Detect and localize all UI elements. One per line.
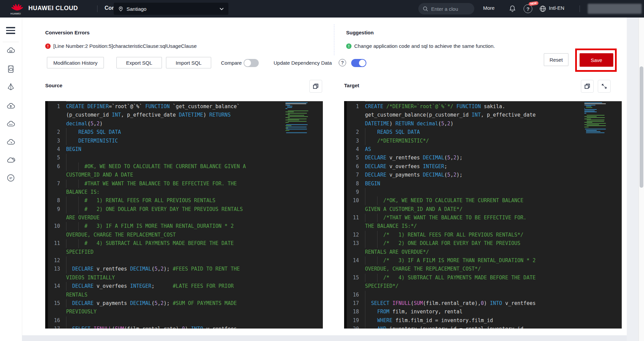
import-sql-button[interactable]: Import SQL [166,57,211,68]
user-account-redacted[interactable] [588,4,642,14]
cloud-upload-icon[interactable] [6,102,15,111]
globe-icon [539,5,547,12]
target-minimap[interactable] [584,102,620,133]
source-code-editor[interactable]: 1CREATE DEFINER=`root`@`%` FUNCTION `get… [45,101,323,329]
reset-button[interactable]: Reset [544,53,568,66]
update-dependency-toggle[interactable] [351,59,366,67]
line-number: 9 [48,205,64,214]
code-token: (film.rental_rate), [124,326,182,329]
scrollbar-thumb[interactable] [640,66,643,188]
page-scrollbar[interactable] [639,18,644,341]
code-token: THE BALANCE IS:*/ [365,223,417,229]
more-menu[interactable]: More [483,5,495,11]
region-name: Santiago [127,6,146,12]
compare-toggle[interactable] [244,59,259,67]
line-number [48,231,64,239]
code-token [365,309,377,315]
cloud-pointer-icon[interactable] [6,138,15,147]
code-text: CREATE DEFINER=`root`@`%` FUNCTION `get_… [64,102,323,111]
code-token: DECLARE [365,172,386,178]
code-token: 5 [441,121,444,127]
code-token: DECLARE [72,283,93,289]
notification-bell-icon[interactable] [508,4,517,13]
code-token [66,326,72,329]
code-text: FROM film, inventory, rental [363,308,622,316]
line-number: 8 [48,196,64,205]
code-text: (p_customer_id INT, p_effective_date DAT… [64,111,323,119]
minimap-line [285,122,289,123]
header-search[interactable]: Enter a clou [418,3,474,14]
prism-icon[interactable] [6,83,15,91]
code-text: # 4) SUBTRACT ALL PAYMENTS MADE BEFORE T… [64,239,323,248]
code-token: ); [164,266,173,272]
code-token: film.film_id = inventory.film_id [392,317,493,323]
source-minimap[interactable] [285,102,321,133]
code-token: /*DEFINER=`root`@`%`*/ [386,103,453,110]
save-button[interactable]: Save [580,53,613,67]
language-selector[interactable]: Intl-EN [549,5,564,11]
export-sql-button[interactable]: Export SQL [116,57,162,68]
minimap-line [584,116,597,117]
code-token: VIDEOS INITIALLY [66,275,115,281]
code-text: BEGIN [64,145,323,154]
code-row: 16 [347,291,622,299]
huawei-logo [11,3,23,11]
line-number: 5 [347,154,363,162]
code-text [363,291,622,299]
indent-guide [365,325,365,329]
code-token: DECLARE [72,300,93,306]
help-button[interactable]: ? NEW [524,4,532,13]
code-token: v_overfees [93,283,130,289]
indent-guide [365,128,365,136]
indent-guide [78,222,79,230]
code-token: # 1) RENTAL FEES FOR ALL PREVIOUS RENTAL… [66,197,216,204]
editor-left-strip [45,101,48,329]
target-expand-button[interactable] [598,80,611,93]
minimap-line [584,122,592,123]
line-number: 13 [48,265,64,273]
line-number: 19 [347,316,363,325]
ip-icon[interactable]: IP [6,174,15,182]
line-number: 11 [48,239,64,248]
code-token: FUNCTION [456,103,481,110]
code-token: DATETIME [179,112,203,118]
code-token: v_rentfees [386,155,423,161]
code-row: BALANCE IS: [48,188,323,196]
code-token [66,266,72,272]
minimap-line [285,102,308,103]
indent-guide [365,308,365,316]
code-token: ; [151,283,173,289]
minimap-line [288,113,307,114]
code-token [66,283,72,289]
code-text: BEGIN [363,180,622,188]
code-token [414,121,417,127]
hamburger-menu-icon[interactable] [6,27,15,34]
code-token: CREATE [365,103,383,110]
doc-cloud-icon[interactable] [6,65,15,73]
code-token: RENTALS ARE OVERDUE*/ [365,249,429,255]
code-text: get_customer_balance(p_customer_id INT, … [363,111,622,119]
code-token: , [450,172,453,178]
clouds-icon[interactable] [6,156,15,164]
indent-guide [365,231,365,239]
indent-guide [66,299,66,308]
code-token: OVERDUE, CHARGE THE REPLACEMENT_COST [66,232,176,238]
region-selector[interactable]: Santiago [114,3,228,15]
indent-guide [365,299,365,308]
target-copy-button[interactable] [581,80,594,93]
minimap-line [584,112,597,112]
code-token: READS SQL DATA [377,129,420,135]
source-copy-button[interactable] [309,80,322,93]
indent-guide [365,137,365,145]
code-token: , [158,300,161,306]
minimap-line [285,131,321,132]
code-text: DECLARE v_overfees INTEGER; #LATE FEES F… [64,282,323,290]
indent-guide [365,188,365,196]
target-code-editor[interactable]: 1CREATE /*DEFINER=`root`@`%`*/ FUNCTION … [344,101,622,329]
code-text: WHERE film.film_id = inventory.film_id [363,316,622,325]
cloud-server-icon[interactable] [6,46,15,55]
update-help-icon[interactable]: ? [339,59,346,66]
modification-history-button[interactable]: Modification History [47,57,104,68]
cloud-more-icon[interactable] [6,120,15,128]
indent-guide [78,162,79,171]
